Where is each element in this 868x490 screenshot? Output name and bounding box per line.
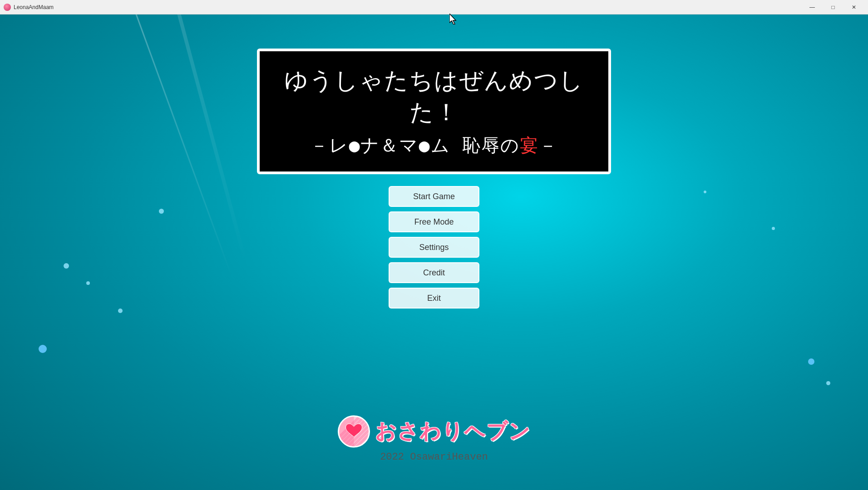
sparkle-1 <box>64 263 69 269</box>
sparkle-9 <box>704 191 706 193</box>
window-title: LeonaAndMaam <box>14 4 54 10</box>
start-game-button[interactable]: Start Game <box>389 186 479 207</box>
sparkle-4 <box>118 309 123 313</box>
sparkle-5 <box>808 358 814 365</box>
titlebar-left: LeonaAndMaam <box>4 4 54 11</box>
titlebar: LeonaAndMaam — □ ✕ <box>0 0 868 15</box>
settings-button[interactable]: Settings <box>389 237 479 258</box>
app-icon <box>4 4 11 11</box>
footer: おさわりヘブン 2022 OsawariHeaven <box>338 415 531 463</box>
sparkle-6 <box>826 381 830 385</box>
sparkle-8 <box>159 209 164 214</box>
logo-container: おさわりヘブン <box>338 415 531 448</box>
restore-button[interactable]: □ <box>823 0 843 15</box>
titlebar-buttons: — □ ✕ <box>802 0 864 15</box>
sparkle-7 <box>772 227 775 230</box>
copyright-text: 2022 OsawariHeaven <box>380 451 488 463</box>
logo-icon <box>338 415 370 448</box>
title-line1: ゆうしゃたちはぜんめつした！ <box>278 65 590 128</box>
sparkle-2 <box>86 281 90 285</box>
free-mode-button[interactable]: Free Mode <box>389 211 479 232</box>
minimize-button[interactable]: — <box>802 0 823 15</box>
logo-text: おさわりヘブン <box>375 417 531 446</box>
title-box: ゆうしゃたちはぜんめつした！ －レ●ナ＆マ●ム 恥辱の宴－ <box>257 49 611 174</box>
title-line2: －レ●ナ＆マ●ム 恥辱の宴－ <box>278 133 590 158</box>
close-button[interactable]: ✕ <box>843 0 864 15</box>
exit-button[interactable]: Exit <box>389 288 479 309</box>
menu-container: Start Game Free Mode Settings Credit Exi… <box>389 186 479 309</box>
credit-button[interactable]: Credit <box>389 262 479 283</box>
sparkle-3 <box>39 345 47 353</box>
